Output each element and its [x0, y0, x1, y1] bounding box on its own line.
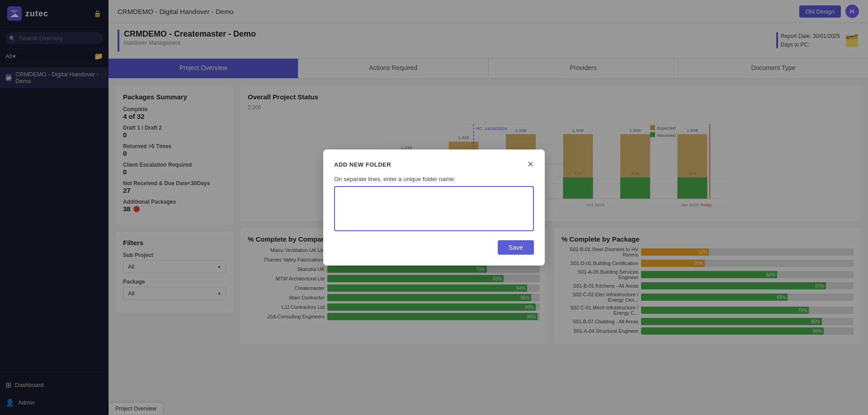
modal-textarea[interactable]	[334, 186, 534, 231]
modal-overlay[interactable]: ADD NEW FOLDER ✕ On separate lines, ente…	[0, 0, 868, 415]
add-folder-modal: ADD NEW FOLDER ✕ On separate lines, ente…	[323, 149, 545, 266]
modal-close-button[interactable]: ✕	[527, 160, 534, 168]
modal-title: ADD NEW FOLDER	[334, 161, 391, 168]
modal-label: On separate lines, enter a unique folder…	[334, 176, 534, 182]
modal-footer: Save	[334, 240, 534, 255]
modal-header: ADD NEW FOLDER ✕	[334, 160, 534, 168]
save-button[interactable]: Save	[498, 240, 534, 255]
